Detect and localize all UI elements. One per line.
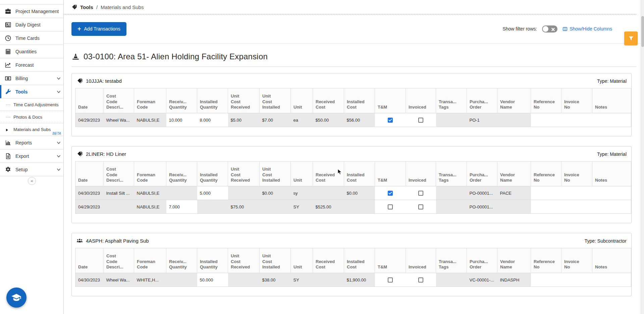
column-header-invoice-no[interactable]: Invoice No: [561, 248, 592, 273]
cell-reference-no[interactable]: [531, 186, 561, 200]
cell-reference-no[interactable]: [531, 200, 561, 214]
column-header-invoiced[interactable]: Invoiced: [406, 248, 436, 273]
sidebar-item-quantities[interactable]: Quantities: [0, 45, 63, 58]
cell-reference-no[interactable]: [531, 273, 561, 287]
column-header-invoice-no[interactable]: Invoice No: [561, 88, 592, 113]
column-header-transaction-tags[interactable]: Transa... Tags: [436, 248, 467, 273]
tm-checkbox[interactable]: [388, 204, 393, 209]
column-header-unit[interactable]: Unit: [291, 248, 313, 273]
column-header-received-cost[interactable]: Received Cost: [313, 162, 344, 186]
column-header-unit[interactable]: Unit: [291, 162, 313, 186]
column-header-invoiced[interactable]: Invoiced: [406, 88, 436, 113]
cell-received-quantity[interactable]: 7.000: [166, 200, 197, 214]
column-header-vendor-name[interactable]: Vendor Name: [497, 248, 531, 273]
sidebar-item-daily-digest[interactable]: Daily Digest: [0, 18, 63, 32]
filter-button[interactable]: [624, 32, 638, 45]
cell-invoice-no[interactable]: [561, 273, 592, 287]
sidebar-subitem-time-card-adjustments[interactable]: Time Card Adjustments: [0, 99, 63, 111]
sidebar-subitem-materials-and-subs[interactable]: Materials and SubsBETA: [0, 123, 63, 136]
column-header-cost-code-description[interactable]: Cost Code Descri...: [104, 162, 134, 186]
sidebar-item-tools[interactable]: Tools: [0, 85, 63, 99]
column-header-date[interactable]: Date: [75, 88, 104, 113]
column-header-installed-cost[interactable]: Installed Cost: [344, 88, 375, 113]
column-header-installed-quantity[interactable]: Installed Quantity: [197, 162, 228, 186]
column-header-unit-cost-installed[interactable]: Unit Cost Installed: [260, 88, 291, 113]
cell-notes[interactable]: [592, 273, 631, 287]
sidebar-item-billing[interactable]: Billing: [0, 72, 63, 85]
column-header-installed-quantity[interactable]: Installed Quantity: [197, 248, 228, 273]
column-header-invoiced[interactable]: Invoiced: [406, 162, 436, 186]
column-header-installed-cost[interactable]: Installed Cost: [344, 162, 375, 186]
column-header-unit-cost-received[interactable]: Unit Cost Received: [228, 162, 260, 186]
tm-checkbox[interactable]: [388, 118, 393, 123]
column-header-transaction-tags[interactable]: Transa... Tags: [436, 162, 467, 186]
cell-reference-no[interactable]: [531, 113, 561, 127]
column-header-t-and-m[interactable]: T&M: [375, 248, 406, 273]
column-header-date[interactable]: Date: [75, 162, 104, 186]
column-header-unit-cost-installed[interactable]: Unit Cost Installed: [260, 248, 291, 273]
cell-received-quantity[interactable]: 10.000: [166, 113, 197, 127]
column-header-reference-no[interactable]: Reference No: [531, 248, 561, 273]
invoiced-checkbox[interactable]: [418, 204, 423, 209]
cell-notes[interactable]: [592, 186, 631, 200]
show-hide-columns-link[interactable]: Show/Hide Columns: [562, 26, 612, 32]
sidebar-subitem-photos-docs[interactable]: Photos & Docs: [0, 111, 63, 123]
sidebar-item-project-management[interactable]: Project Management: [0, 5, 63, 18]
tm-checkbox[interactable]: [388, 191, 393, 196]
column-header-date[interactable]: Date: [75, 248, 104, 273]
column-header-vendor-name[interactable]: Vendor Name: [497, 88, 531, 113]
column-header-t-and-m[interactable]: T&M: [375, 162, 406, 186]
column-header-notes[interactable]: Notes: [592, 88, 631, 113]
column-header-foreman-code[interactable]: Foreman Code: [134, 248, 166, 273]
cell-invoice-no[interactable]: [561, 186, 592, 200]
column-header-vendor-name[interactable]: Vendor Name: [497, 162, 531, 186]
column-header-purchase-order[interactable]: Purcha... Order: [467, 248, 497, 273]
sidebar-item-export[interactable]: Export: [0, 149, 63, 163]
column-header-unit[interactable]: Unit: [291, 88, 313, 113]
column-header-cost-code-description[interactable]: Cost Code Descri...: [104, 88, 134, 113]
sidebar-collapse-button[interactable]: «: [28, 177, 36, 185]
vertical-scrollbar[interactable]: [641, 0, 644, 314]
column-header-received-quantity[interactable]: Receiv... Quantity: [166, 248, 197, 273]
column-header-foreman-code[interactable]: Foreman Code: [134, 88, 166, 113]
tm-checkbox[interactable]: [388, 277, 393, 282]
sidebar-item-time-cards[interactable]: Time Cards: [0, 32, 63, 45]
column-header-received-cost[interactable]: Received Cost: [313, 88, 344, 113]
column-header-unit-cost-installed[interactable]: Unit Cost Installed: [260, 162, 291, 186]
scrollbar-thumb[interactable]: [641, 16, 644, 47]
sidebar-item-reports[interactable]: Reports: [0, 136, 63, 149]
invoiced-checkbox[interactable]: [418, 277, 423, 282]
invoiced-checkbox[interactable]: [418, 118, 423, 123]
cell-notes[interactable]: [592, 113, 631, 127]
education-button[interactable]: [6, 288, 26, 308]
cell-installed-quantity[interactable]: 8.000: [197, 113, 228, 127]
column-header-unit-cost-received[interactable]: Unit Cost Received: [228, 88, 260, 113]
column-header-notes[interactable]: Notes: [592, 248, 631, 273]
column-header-unit-cost-received[interactable]: Unit Cost Received: [228, 248, 260, 273]
column-header-invoice-no[interactable]: Invoice No: [561, 162, 592, 186]
column-header-cost-code-description[interactable]: Cost Code Descri...: [104, 248, 134, 273]
column-header-received-quantity[interactable]: Receiv... Quantity: [166, 88, 197, 113]
column-header-reference-no[interactable]: Reference No: [531, 162, 561, 186]
column-header-notes[interactable]: Notes: [592, 162, 631, 186]
cell-invoice-no[interactable]: [561, 113, 592, 127]
breadcrumb-tools-link[interactable]: Tools: [80, 4, 93, 10]
sidebar-item-setup[interactable]: Setup: [0, 163, 63, 176]
column-header-installed-quantity[interactable]: Installed Quantity: [197, 88, 228, 113]
column-header-purchase-order[interactable]: Purcha... Order: [467, 88, 497, 113]
cell-installed-quantity[interactable]: 5.000: [197, 186, 228, 200]
cell-invoice-no[interactable]: [561, 200, 592, 214]
column-header-purchase-order[interactable]: Purcha... Order: [467, 162, 497, 186]
column-header-transaction-tags[interactable]: Transa... Tags: [436, 88, 467, 113]
column-header-foreman-code[interactable]: Foreman Code: [134, 162, 166, 186]
show-filter-rows-toggle[interactable]: [542, 25, 557, 33]
column-header-reference-no[interactable]: Reference No: [531, 88, 561, 113]
add-transactions-button[interactable]: + Add Transactions: [71, 22, 126, 36]
column-header-installed-cost[interactable]: Installed Cost: [344, 248, 375, 273]
sidebar-item-forecast[interactable]: Forecast: [0, 58, 63, 72]
cell-installed-quantity[interactable]: 50.000: [197, 273, 228, 287]
sidebar-item-dashboard[interactable]: Dashboard: [0, 0, 63, 5]
column-header-t-and-m[interactable]: T&M: [375, 88, 406, 113]
cell-notes[interactable]: [592, 200, 631, 214]
invoiced-checkbox[interactable]: [418, 191, 423, 196]
